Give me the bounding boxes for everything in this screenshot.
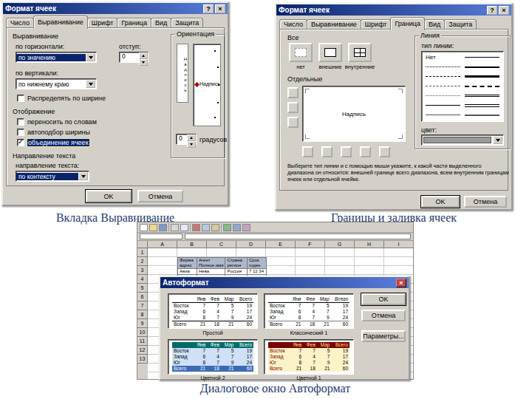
border-diag-up-toggle-button[interactable]: [360, 146, 371, 157]
line-style-option[interactable]: [463, 91, 502, 100]
border-preview[interactable]: Надпись: [302, 86, 406, 142]
line-style-option[interactable]: [463, 72, 502, 81]
spin-up-icon[interactable]: [187, 134, 196, 141]
border-right-toggle-button[interactable]: [341, 146, 352, 157]
autoformat-sample-color2[interactable]: ЯнвФевМарВсегоВосток77519Запад64717Юг879…: [168, 339, 258, 375]
open-icon[interactable]: [149, 224, 157, 231]
paste-icon[interactable]: [211, 224, 219, 231]
border-outline-button[interactable]: [318, 43, 342, 62]
dialog-titlebar[interactable]: Формат ячеек ? ×: [3, 3, 228, 14]
tab-number[interactable]: Число: [6, 18, 34, 28]
spin-up-icon[interactable]: [139, 52, 148, 59]
autosum-icon[interactable]: [223, 224, 231, 231]
line-style-list[interactable]: Нет: [421, 51, 504, 122]
line-style-option[interactable]: [463, 110, 502, 120]
checkbox-icon[interactable]: [17, 95, 24, 102]
close-icon[interactable]: ×: [396, 279, 406, 287]
wrap-text-checkbox[interactable]: переносить по словам: [17, 118, 97, 126]
line-style-option[interactable]: [463, 100, 502, 110]
orientation-vertical-text-control[interactable]: Надпись: [177, 44, 188, 103]
select-all-corner[interactable]: [137, 241, 148, 248]
line-style-option[interactable]: [423, 100, 463, 110]
chevron-down-icon[interactable]: [86, 80, 95, 88]
ok-button[interactable]: OK: [361, 293, 406, 305]
options-button[interactable]: Параметры...: [361, 330, 406, 342]
close-icon[interactable]: ×: [499, 6, 509, 15]
degrees-stepper[interactable]: 0: [176, 134, 197, 145]
tab-protection[interactable]: Защита: [171, 18, 203, 28]
border-center-toggle-button[interactable]: [321, 146, 332, 157]
tab-border[interactable]: Граница: [117, 18, 151, 28]
print-icon[interactable]: [171, 224, 179, 231]
vertical-combobox[interactable]: по нижнему краю: [16, 78, 97, 89]
section-alignment-label: Выравнивание: [13, 33, 58, 40]
line-style-option[interactable]: [463, 52, 502, 62]
tab-alignment[interactable]: Выравнивание: [33, 16, 88, 29]
direction-combobox[interactable]: по контексту: [16, 171, 89, 182]
chevron-down-icon[interactable]: [493, 136, 502, 144]
autoformat-sample-classic1[interactable]: ЯнвФевМарВсегоВосток77519Запад64717Юг879…: [264, 293, 354, 329]
line-style-option[interactable]: [423, 62, 463, 72]
name-box[interactable]: [140, 233, 183, 239]
line-style-option[interactable]: [423, 91, 463, 100]
ok-button[interactable]: OK: [86, 190, 132, 202]
help-icon[interactable]: ?: [203, 4, 214, 13]
column-letters[interactable]: ABCDEFGHI: [148, 241, 414, 248]
tab-font[interactable]: Шрифт: [87, 18, 118, 28]
chevron-down-icon[interactable]: [78, 172, 88, 180]
print-preview-icon[interactable]: [180, 224, 188, 231]
border-inside-button[interactable]: [348, 43, 372, 62]
checkbox-icon[interactable]: [17, 129, 24, 136]
color-combobox[interactable]: [421, 134, 504, 146]
row-headers[interactable]: 12345678910111213: [137, 248, 148, 380]
dialog-titlebar[interactable]: Автоформат ×: [160, 277, 409, 288]
line-style-option[interactable]: [463, 81, 502, 91]
border-bottom-toggle-button[interactable]: [287, 117, 299, 128]
chevron-down-icon[interactable]: [86, 53, 95, 61]
line-style-none-option[interactable]: Нет: [423, 52, 463, 62]
justify-distributed-checkbox[interactable]: Распределять по ширине: [17, 95, 106, 102]
border-middle-toggle-button[interactable]: [287, 102, 299, 113]
checkbox-icon[interactable]: [17, 139, 24, 146]
border-top-toggle-button[interactable]: [287, 87, 299, 98]
cut-icon[interactable]: [192, 224, 200, 231]
merge-cells-checkbox[interactable]: объединение ячеек: [17, 139, 89, 146]
tab-view[interactable]: Вид: [424, 19, 445, 30]
autoformat-sample-simple[interactable]: ЯнвФевМарВсегоВосток77519Запад64717Юг879…: [168, 293, 258, 329]
border-diag-down-toggle-button[interactable]: [379, 146, 390, 157]
formula-input[interactable]: [185, 233, 411, 239]
border-left-toggle-button[interactable]: [302, 146, 313, 157]
spin-down-icon[interactable]: [139, 59, 148, 66]
cancel-button[interactable]: Отмена: [464, 196, 507, 208]
close-icon[interactable]: ×: [215, 4, 225, 13]
orientation-dial-control[interactable]: Надпись: [193, 44, 221, 126]
dialog-titlebar[interactable]: Формат ячеек ? ×: [276, 4, 511, 16]
indent-stepper[interactable]: 0: [119, 52, 149, 63]
shrink-to-fit-checkbox[interactable]: автоподбор ширины: [17, 129, 90, 136]
sort-icon[interactable]: [233, 224, 241, 231]
tab-protection[interactable]: Защита: [444, 19, 477, 30]
tab-view[interactable]: Вид: [151, 18, 171, 28]
tab-number[interactable]: Число: [279, 19, 307, 30]
spin-down-icon[interactable]: [187, 141, 196, 148]
line-style-option[interactable]: [423, 81, 463, 91]
line-style-option[interactable]: [423, 110, 463, 120]
dialog-title: Формат ячеек: [5, 4, 56, 13]
line-style-option[interactable]: [423, 72, 463, 81]
horizontal-combobox[interactable]: по значению: [16, 52, 97, 63]
tab-alignment[interactable]: Выравнивание: [307, 19, 361, 30]
border-none-button[interactable]: [289, 43, 313, 62]
help-icon[interactable]: ?: [487, 6, 497, 15]
new-icon[interactable]: [140, 224, 148, 231]
chart-icon[interactable]: [242, 224, 250, 231]
autoformat-sample-color1[interactable]: ЯнвФевМарВсегоВосток77519Запад64717Юг879…: [264, 339, 354, 375]
cancel-button[interactable]: Отмена: [361, 310, 406, 321]
checkbox-icon[interactable]: [17, 118, 24, 126]
copy-icon[interactable]: [202, 224, 210, 231]
save-icon[interactable]: [159, 224, 167, 231]
cancel-button[interactable]: Отмена: [137, 190, 183, 202]
ok-button[interactable]: OK: [421, 196, 460, 208]
tab-font[interactable]: Шрифт: [361, 19, 392, 30]
tab-border[interactable]: Граница: [390, 17, 425, 30]
line-style-option[interactable]: [463, 62, 502, 72]
